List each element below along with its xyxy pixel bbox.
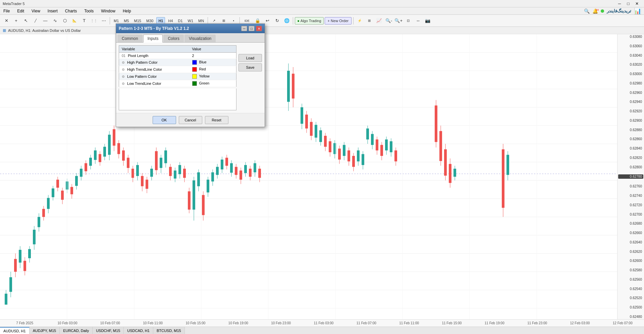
brand-icon: 📊 bbox=[634, 7, 641, 15]
cell-value-4[interactable]: Green bbox=[190, 80, 236, 87]
close-btn[interactable]: ✕ bbox=[633, 0, 641, 7]
cell-value-1[interactable]: Blue bbox=[190, 59, 236, 66]
dialog-tab-inputs[interactable]: Inputs bbox=[143, 35, 163, 43]
table-row[interactable]: ⚙ Low TrendLine Color Green bbox=[119, 80, 236, 87]
dialog-tab-visualization[interactable]: Visualization bbox=[184, 35, 216, 42]
menu-help[interactable]: Help bbox=[121, 8, 133, 14]
zoom-in-btn[interactable]: 🔍+ bbox=[394, 16, 403, 25]
menu-charts[interactable]: Charts bbox=[63, 8, 79, 14]
time-10: 11 Feb 15:00 bbox=[430, 321, 473, 325]
toolbar-text[interactable]: T bbox=[80, 16, 89, 25]
load-button[interactable]: Load bbox=[238, 54, 262, 62]
brand-logo: تریدینگ‌فایندر bbox=[607, 8, 631, 13]
svg-rect-178 bbox=[444, 149, 447, 175]
reset-button[interactable]: Reset bbox=[205, 116, 228, 124]
price-3: 0.63020 bbox=[618, 63, 643, 66]
notification-icon[interactable]: 🔔24 bbox=[592, 8, 598, 14]
cell-variable-3: ⚙ Low Pattern Color bbox=[119, 73, 190, 80]
search-icon[interactable]: 🔍 bbox=[584, 8, 590, 14]
screenshot-btn[interactable]: 📷 bbox=[423, 16, 432, 25]
svg-rect-154 bbox=[352, 156, 355, 167]
chart-scroll[interactable]: 📈 bbox=[375, 16, 383, 25]
maximize-btn[interactable]: □ bbox=[624, 0, 633, 7]
grid-btn[interactable]: ⊞ bbox=[365, 16, 374, 25]
svg-rect-176 bbox=[439, 131, 442, 161]
table-row[interactable]: ⚙ High TrendLine Color Red bbox=[119, 66, 236, 73]
table-row[interactable]: 01 Pivot Length 2 bbox=[119, 53, 236, 59]
fit-btn[interactable]: ⊡ bbox=[404, 16, 413, 25]
save-button[interactable]: Save bbox=[238, 63, 262, 71]
price-13: 0.62820 bbox=[618, 156, 643, 160]
row-icon-0: 01 bbox=[122, 54, 125, 58]
algo-trading-btn[interactable]: ●Algo Trading bbox=[295, 17, 323, 24]
svg-rect-64 bbox=[113, 129, 115, 146]
tab-btcusd-m15[interactable]: BTCUSD, M15 bbox=[153, 327, 185, 334]
scroll-right-btn[interactable]: ↔ bbox=[414, 16, 422, 25]
price-8: 0.62920 bbox=[618, 109, 643, 113]
dialog-titlebar: Pattern 1-2-3 MT5 - By TFlab V1.2 1.2 ─ … bbox=[116, 24, 265, 33]
toolbar-arrow[interactable]: ↖ bbox=[21, 16, 30, 25]
price-9: 0.62900 bbox=[618, 119, 643, 122]
new-order-btn[interactable]: + New Order bbox=[325, 17, 352, 24]
dialog-tab-common[interactable]: Common bbox=[117, 35, 143, 42]
toolbar-zoom[interactable]: + bbox=[12, 16, 20, 25]
svg-rect-170 bbox=[390, 141, 392, 152]
toolbar-curve[interactable]: ∿ bbox=[51, 16, 59, 25]
time-12: 11 Feb 23:00 bbox=[516, 321, 558, 325]
toolbar-more2[interactable]: ⋯ bbox=[99, 16, 108, 25]
price-4: 0.63000 bbox=[618, 72, 643, 76]
svg-rect-106 bbox=[211, 172, 214, 181]
menu-view[interactable]: View bbox=[30, 8, 42, 14]
svg-rect-40 bbox=[56, 180, 59, 188]
toolbar-crosshair[interactable]: ✕ bbox=[2, 16, 11, 25]
ok-button[interactable]: OK bbox=[153, 116, 176, 124]
redo-btn[interactable]: ↻ bbox=[273, 16, 281, 25]
dialog-minimize-btn[interactable]: ─ bbox=[241, 26, 247, 31]
minimize-btn[interactable]: ─ bbox=[615, 0, 624, 7]
dialog-tabs: Common Inputs Colors Visualization bbox=[116, 33, 265, 43]
svg-rect-104 bbox=[207, 180, 209, 192]
signals-btn[interactable]: ⚡ bbox=[355, 16, 364, 25]
svg-rect-142 bbox=[324, 136, 327, 147]
globe-btn[interactable]: 🌐 bbox=[282, 16, 291, 25]
table-row[interactable]: ⚙ High Pattern Color Blue bbox=[119, 59, 236, 66]
window-controls: ─ □ ✕ bbox=[615, 0, 641, 7]
dialog-close-btn[interactable]: ✕ bbox=[256, 26, 262, 31]
tab-eurcad-daily[interactable]: EURCAD, Daily bbox=[60, 327, 93, 334]
tab-usdcad-h1[interactable]: USDCAD, H1 bbox=[124, 327, 153, 334]
svg-rect-68 bbox=[122, 151, 125, 161]
svg-rect-124 bbox=[254, 163, 256, 172]
tab-audjpy-m15[interactable]: AUDJPY, M15 bbox=[30, 327, 60, 334]
menu-tools[interactable]: Tools bbox=[82, 8, 96, 14]
tab-usdchf-m15[interactable]: USDCHF, M15 bbox=[93, 327, 124, 334]
menu-file[interactable]: File bbox=[1, 8, 12, 14]
menu-insert[interactable]: Insert bbox=[46, 8, 60, 14]
toolbar-shape[interactable]: ⬡ bbox=[60, 16, 69, 25]
toolbar-hline[interactable]: — bbox=[41, 16, 50, 25]
toolbar-line[interactable]: ╱ bbox=[31, 16, 40, 25]
price-6: 0.62960 bbox=[618, 91, 643, 95]
price-21: 0.62660 bbox=[618, 231, 643, 235]
menu-edit[interactable]: Edit bbox=[15, 8, 26, 14]
zoom-out-btn[interactable]: 🔍- bbox=[384, 16, 393, 25]
svg-rect-134 bbox=[305, 115, 308, 128]
cell-value-3[interactable]: Yellow bbox=[190, 73, 236, 80]
cell-value-0[interactable]: 2 bbox=[190, 53, 236, 59]
svg-rect-162 bbox=[371, 134, 374, 145]
toolbar-fib[interactable]: 📐 bbox=[70, 16, 79, 25]
svg-rect-74 bbox=[136, 165, 139, 176]
table-row[interactable]: ⚙ Low Pattern Color Yellow bbox=[119, 73, 236, 80]
cancel-button[interactable]: Cancel bbox=[179, 116, 202, 124]
dialog-tab-colors[interactable]: Colors bbox=[163, 35, 184, 42]
cell-variable-1: ⚙ High Pattern Color bbox=[119, 59, 190, 66]
dialog-maximize-btn[interactable]: □ bbox=[249, 26, 255, 31]
time-14: 12 Feb 07:00 bbox=[601, 321, 644, 325]
svg-rect-78 bbox=[146, 180, 148, 189]
toolbar-more1[interactable]: ⋮⋮ bbox=[90, 16, 98, 25]
menu-window[interactable]: Window bbox=[99, 8, 117, 14]
tab-audusd-h1[interactable]: AUDUSD, H1 bbox=[0, 327, 30, 334]
svg-rect-48 bbox=[75, 176, 78, 186]
cell-value-2[interactable]: Red bbox=[190, 66, 236, 73]
candles-area[interactable] bbox=[0, 34, 617, 319]
time-2: 10 Feb 07:00 bbox=[89, 321, 131, 325]
